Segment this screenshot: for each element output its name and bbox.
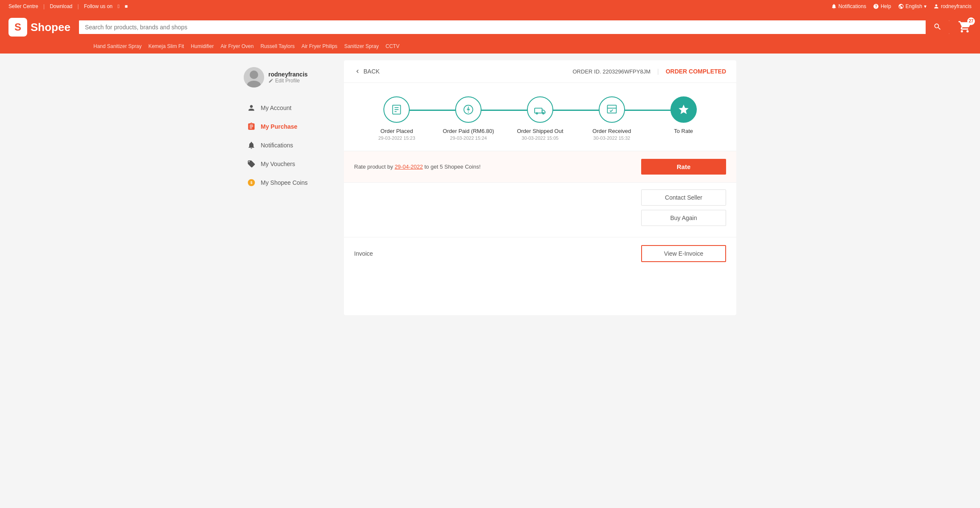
step-circle-received <box>599 96 625 123</box>
step-order-received: Order Received 30-03-2022 15:32 <box>576 96 648 141</box>
step-label-received: Order Received <box>592 128 631 134</box>
quick-link-7[interactable]: CCTV <box>386 43 400 49</box>
seller-centre-link[interactable]: Seller Centre <box>8 3 38 9</box>
step-time-paid: 29-03-2022 15:24 <box>450 135 487 141</box>
step-time-placed: 29-03-2022 15:23 <box>378 135 415 141</box>
step-label-shipped: Order Shipped Out <box>517 128 563 134</box>
divider2: | <box>78 3 79 9</box>
svg-rect-14 <box>607 105 616 113</box>
logo-text: Shopee <box>31 21 70 34</box>
voucher-icon <box>247 160 256 168</box>
quick-link-2[interactable]: Humidifier <box>191 43 214 49</box>
sidebar-item-my-account[interactable]: My Account <box>244 99 337 117</box>
top-bar: Seller Centre | Download | Follow us on … <box>0 0 980 13</box>
follow-us-text: Follow us on <box>84 3 113 9</box>
top-bar-left: Seller Centre | Download | Follow us on … <box>8 3 128 9</box>
sidebar-item-my-purchase[interactable]: My Purchase <box>244 117 337 136</box>
cart-area[interactable]: 27 <box>958 20 972 35</box>
logo-icon: S <box>8 18 27 37</box>
svg-rect-11 <box>535 108 542 113</box>
step-order-placed: Order Placed 29-03-2022 15:23 <box>361 96 433 141</box>
invoice-label: Invoice <box>354 250 373 257</box>
user-profile: rodneyfrancis Edit Profile <box>244 60 337 94</box>
user-menu[interactable]: rodneyfrancis <box>933 3 972 9</box>
action-buttons-section: Contact Seller Buy Again <box>344 183 736 233</box>
sidebar-label-my-account: My Account <box>261 104 291 111</box>
username-display: rodneyfrancis <box>268 71 308 78</box>
svg-text:$: $ <box>467 107 470 111</box>
search-input[interactable] <box>79 20 926 34</box>
search-bar <box>79 20 949 34</box>
progress-section: Order Placed 29-03-2022 15:23 $ Order Pa… <box>344 83 736 151</box>
step-circle-shipped <box>527 96 553 123</box>
contact-seller-button[interactable]: Contact Seller <box>641 189 726 206</box>
order-detail-content: BACK ORDER ID. 2203296WFPY8JM | ORDER CO… <box>344 60 736 315</box>
main-content: rodneyfrancis Edit Profile My Account <box>235 54 745 322</box>
search-button[interactable] <box>926 20 949 34</box>
buy-again-button[interactable]: Buy Again <box>641 210 726 226</box>
quick-link-5[interactable]: Air Fryer Philips <box>301 43 338 49</box>
step-circle-rate <box>670 96 697 123</box>
view-invoice-button[interactable]: View E-Invoice <box>641 245 726 262</box>
rate-deadline-link[interactable]: 29-04-2022 <box>394 164 423 170</box>
sidebar-label-notifications: Notifications <box>261 142 293 149</box>
steps-container: Order Placed 29-03-2022 15:23 $ Order Pa… <box>361 96 719 141</box>
user-info: rodneyfrancis Edit Profile <box>268 71 308 84</box>
cart-count: 27 <box>967 17 975 25</box>
svg-text:$: $ <box>251 181 253 185</box>
language-selector[interactable]: English ▾ <box>898 3 926 9</box>
quick-link-1[interactable]: Kemeja Slim Fit <box>148 43 184 49</box>
step-time-received: 30-03-2022 15:32 <box>593 135 630 141</box>
sidebar: rodneyfrancis Edit Profile My Account <box>244 60 337 315</box>
quick-link-0[interactable]: Hand Sanitizer Spray <box>93 43 141 49</box>
sidebar-nav: My Account My Purchase Notifications <box>244 99 337 192</box>
sidebar-label-my-purchase: My Purchase <box>261 123 297 130</box>
step-label-paid: Order Paid (RM6.80) <box>443 128 494 134</box>
notifications-link[interactable]: Notifications <box>831 3 866 9</box>
sidebar-item-my-vouchers[interactable]: My Vouchers <box>244 155 337 173</box>
step-time-shipped: 30-03-2022 15:05 <box>522 135 559 141</box>
quick-link-4[interactable]: Russell Taylors <box>260 43 294 49</box>
sidebar-label-my-vouchers: My Vouchers <box>261 161 295 167</box>
account-icon <box>247 104 256 112</box>
sidebar-item-notifications[interactable]: Notifications <box>244 136 337 155</box>
step-label-rate: To Rate <box>674 128 693 134</box>
header: S Shopee 27 <box>0 13 980 42</box>
coins-icon: $ <box>247 178 256 187</box>
step-circle-paid: $ <box>455 96 482 123</box>
invoice-section: Invoice View E-Invoice <box>344 237 736 270</box>
rate-text: Rate product by 29-04-2022 to get 5 Shop… <box>354 164 481 170</box>
instagram-icon[interactable]: ■ <box>124 3 127 9</box>
order-completed-badge: ORDER COMPLETED <box>666 68 726 75</box>
step-order-paid: $ Order Paid (RM6.80) 29-03-2022 15:24 <box>433 96 504 141</box>
step-label-placed: Order Placed <box>380 128 413 134</box>
step-order-shipped: Order Shipped Out 30-03-2022 15:05 <box>504 96 576 141</box>
rate-section: Rate product by 29-04-2022 to get 5 Shop… <box>344 151 736 183</box>
quick-link-6[interactable]: Sanitizer Spray <box>344 43 379 49</box>
logo[interactable]: S Shopee <box>8 18 70 37</box>
facebook-icon[interactable]:  <box>118 3 119 9</box>
sidebar-label-my-shopee-coins: My Shopee Coins <box>261 179 308 186</box>
status-divider: | <box>657 68 659 75</box>
purchase-icon <box>247 122 256 131</box>
sidebar-item-my-shopee-coins[interactable]: $ My Shopee Coins <box>244 173 337 192</box>
help-link[interactable]: Help <box>873 3 891 9</box>
step-to-rate: To Rate <box>648 96 719 135</box>
order-status-area: ORDER ID. 2203296WFPY8JM | ORDER COMPLET… <box>573 68 727 75</box>
notification-icon <box>247 141 256 150</box>
rate-button[interactable]: Rate <box>641 159 726 175</box>
edit-profile-link[interactable]: Edit Profile <box>268 78 308 84</box>
back-button[interactable]: BACK <box>354 68 380 75</box>
svg-point-1 <box>250 71 258 79</box>
step-circle-placed <box>383 96 410 123</box>
quick-link-3[interactable]: Air Fryer Oven <box>220 43 253 49</box>
order-header: BACK ORDER ID. 2203296WFPY8JM | ORDER CO… <box>344 60 736 83</box>
avatar <box>244 67 264 87</box>
quick-links: Hand Sanitizer Spray Kemeja Slim Fit Hum… <box>0 42 980 54</box>
download-link[interactable]: Download <box>50 3 72 9</box>
divider1: | <box>43 3 45 9</box>
order-id: ORDER ID. 2203296WFPY8JM <box>573 68 651 75</box>
top-bar-right: Notifications Help English ▾ rodneyfranc… <box>831 3 972 9</box>
